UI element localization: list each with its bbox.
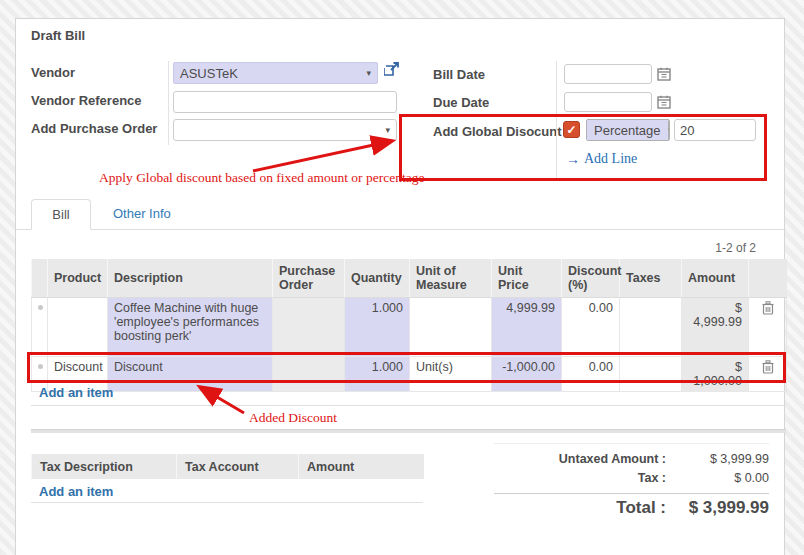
add-item-link[interactable]: Add an item — [39, 385, 113, 400]
column-delete — [749, 259, 787, 297]
tab-other-info[interactable]: Other Info — [113, 206, 171, 221]
column-tax-description: Tax Description — [32, 454, 177, 479]
column-taxes: Taxes — [620, 259, 682, 297]
global-discount-checkbox[interactable]: ✓ — [563, 121, 580, 138]
untaxed-amount-label: Untaxed Amount : — [494, 452, 666, 466]
trash-icon[interactable] — [762, 304, 774, 318]
delete-row-cell — [749, 297, 787, 356]
vendor-reference-field-wrap — [173, 91, 397, 113]
column-tax-amount: Amount — [299, 454, 424, 479]
column-product: Product — [48, 259, 108, 297]
cell-unit-of-measure[interactable]: Unit(s) — [410, 356, 492, 391]
add-purchase-order-label: Add Purchase Order — [31, 121, 157, 136]
vendor-reference-input[interactable] — [173, 91, 397, 113]
cell-discount[interactable]: 0.00 — [562, 356, 620, 391]
form-divider-right — [556, 61, 557, 179]
chevron-down-icon: ▾ — [366, 68, 371, 78]
discount-type-value: Percentage — [587, 120, 668, 140]
column-quantity: Quantity — [345, 259, 410, 297]
total-label: Total : — [494, 498, 666, 518]
list-bottom-border — [31, 405, 786, 406]
bill-form-sheet: Draft Bill Vendor Vendor Reference Add P… — [15, 18, 785, 555]
totals-divider — [494, 493, 769, 494]
total-row: Total : $ 3,999.99 — [494, 498, 769, 518]
column-description: Description — [108, 259, 273, 297]
cell-unit-price[interactable]: 4,999.99 — [492, 297, 562, 356]
annotation-note-global-discount: Apply Global discount based on fixed amo… — [99, 170, 424, 186]
discount-value-field-wrap — [674, 119, 756, 141]
add-tax-item-link[interactable]: Add an item — [39, 484, 113, 499]
table-row-discount: Discount Discount 1.000 Unit(s) -1,000.0… — [32, 356, 787, 391]
due-date-input[interactable] — [564, 92, 652, 112]
column-purchase-order: Purchase Order — [273, 259, 345, 297]
bill-date-label: Bill Date — [433, 67, 485, 82]
add-line-label: Add Line — [584, 151, 637, 167]
cell-description[interactable]: Discount — [108, 356, 273, 391]
tax-list-bottom-border — [31, 502, 423, 503]
bill-date-field — [564, 64, 671, 84]
totals-top-border — [494, 443, 769, 444]
tab-bill[interactable]: Bill — [31, 199, 91, 230]
column-handle — [32, 259, 48, 297]
table-row: Coffee Machine with huge 'employee's per… — [32, 297, 787, 356]
chevron-down-icon: ▾ — [668, 120, 671, 140]
tab-divider — [16, 229, 786, 230]
tax-value: $ 0.00 — [666, 471, 769, 485]
total-value: $ 3,999.99 — [666, 498, 769, 518]
form-divider-left — [168, 61, 169, 145]
cell-product[interactable] — [48, 297, 108, 356]
cell-taxes[interactable] — [620, 356, 682, 391]
cell-discount[interactable]: 0.00 — [562, 297, 620, 356]
pager[interactable]: 1-2 of 2 — [606, 241, 756, 255]
due-date-field — [564, 92, 671, 112]
column-unit-price: Unit Price — [492, 259, 562, 297]
cell-unit-price[interactable]: -1,000.00 — [492, 356, 562, 391]
discount-value-input[interactable] — [674, 119, 756, 141]
cell-amount: $ -1,000.00 — [682, 356, 749, 391]
annotation-note-added-discount: Added Discount — [249, 410, 337, 426]
delete-row-cell — [749, 356, 787, 391]
column-amount: Amount — [682, 259, 749, 297]
vendor-reference-label: Vendor Reference — [31, 93, 142, 108]
cell-purchase-order[interactable] — [273, 297, 345, 356]
drag-handle-icon — [38, 305, 43, 310]
cell-quantity[interactable]: 1.000 — [345, 356, 410, 391]
calendar-icon[interactable] — [657, 95, 671, 109]
drag-handle-icon — [38, 364, 43, 369]
list-scroll-bar[interactable] — [31, 429, 786, 433]
external-link-icon[interactable] — [384, 61, 400, 77]
trash-icon[interactable] — [762, 363, 774, 377]
cell-description[interactable]: Coffee Machine with huge 'employee's per… — [108, 297, 273, 356]
cell-quantity[interactable]: 1.000 — [345, 297, 410, 356]
cell-purchase-order[interactable] — [273, 356, 345, 391]
check-icon: ✓ — [566, 123, 576, 137]
column-unit-of-measure: Unit of Measure — [410, 259, 492, 297]
tax-table: Tax Description Tax Account Amount — [31, 454, 424, 479]
add-purchase-order-select[interactable]: ▾ — [173, 119, 397, 141]
discount-type-select[interactable]: Percentage ▾ — [586, 119, 670, 141]
page-title: Draft Bill — [31, 28, 85, 43]
invoice-lines-table: Product Description Purchase Order Quant… — [31, 259, 787, 392]
untaxed-amount-row: Untaxed Amount : $ 3,999.99 — [494, 452, 769, 466]
totals-panel: Untaxed Amount : $ 3,999.99 Tax : $ 0.00… — [494, 443, 769, 518]
column-discount: Discount (%) — [562, 259, 620, 297]
vendor-select-value: ASUSTeK — [180, 66, 238, 81]
vendor-select[interactable]: ASUSTeK ▾ — [173, 62, 378, 84]
add-line-button[interactable]: → Add Line — [566, 151, 637, 167]
arrow-right-icon: → — [566, 151, 580, 167]
vendor-label: Vendor — [31, 65, 75, 80]
global-discount-label: Add Global Disocunt — [433, 124, 562, 139]
row-handle[interactable] — [32, 297, 48, 356]
cell-amount: $ 4,999.99 — [682, 297, 749, 356]
cell-taxes[interactable] — [620, 297, 682, 356]
calendar-icon[interactable] — [657, 67, 671, 81]
tax-row: Tax : $ 0.00 — [494, 471, 769, 485]
due-date-label: Due Date — [433, 95, 489, 110]
cell-unit-of-measure[interactable] — [410, 297, 492, 356]
chevron-down-icon: ▾ — [385, 125, 390, 135]
column-tax-account: Tax Account — [177, 454, 299, 479]
tax-label: Tax : — [494, 471, 666, 485]
bill-date-input[interactable] — [564, 64, 652, 84]
untaxed-amount-value: $ 3,999.99 — [666, 452, 769, 466]
